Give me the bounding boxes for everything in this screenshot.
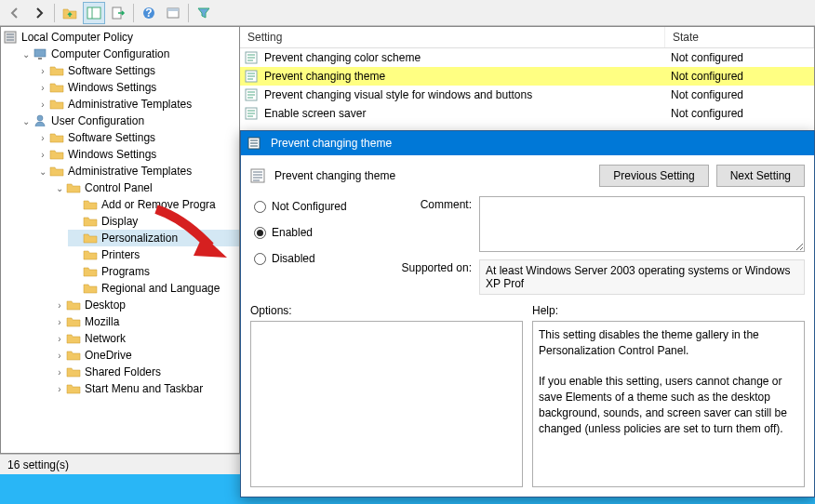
expander-down-icon[interactable]: ⌄ bbox=[20, 116, 33, 126]
expander-right-icon[interactable]: › bbox=[53, 367, 66, 378]
tree-computer-config[interactable]: ⌄ Computer Configuration bbox=[18, 46, 239, 62]
tree-admin-templates[interactable]: ⌄ Administrative Templates bbox=[34, 163, 239, 179]
list-row-name: Prevent changing visual style for window… bbox=[264, 88, 671, 101]
tree-item-onedrive[interactable]: ›OneDrive bbox=[51, 347, 239, 364]
tree-item-windows-settings[interactable]: ›Windows Settings bbox=[34, 146, 239, 163]
tree-label-text: Shared Folders bbox=[85, 365, 161, 378]
list-row[interactable]: Prevent changing color schemeNot configu… bbox=[240, 48, 814, 67]
folder-icon bbox=[49, 80, 64, 95]
tree-label-text: Printers bbox=[101, 248, 140, 261]
tree-label-text: Network bbox=[85, 332, 126, 345]
list-row[interactable]: Prevent changing themeNot configured bbox=[240, 67, 814, 86]
radio-enabled[interactable]: Enabled bbox=[254, 226, 381, 239]
list-row-state: Not configured bbox=[671, 88, 810, 101]
list-header-setting[interactable]: Setting bbox=[240, 27, 665, 47]
list-row-name: Enable screen saver bbox=[264, 107, 671, 120]
list-header: Setting State bbox=[240, 27, 814, 48]
folder-icon bbox=[49, 97, 64, 112]
properties-button[interactable] bbox=[162, 2, 184, 24]
expander-down-icon[interactable]: ⌄ bbox=[36, 166, 49, 177]
svg-rect-11 bbox=[34, 49, 46, 57]
expander-down-icon[interactable]: ⌄ bbox=[53, 183, 66, 193]
svg-rect-12 bbox=[38, 58, 42, 60]
expander-right-icon[interactable]: › bbox=[36, 150, 49, 160]
tree-item-personalization[interactable]: Personalization bbox=[68, 230, 239, 246]
list-row-name: Prevent changing color scheme bbox=[264, 51, 671, 64]
tree-item-administrative-templates[interactable]: ›Administrative Templates bbox=[34, 96, 239, 113]
tree-item-shared-folders[interactable]: ›Shared Folders bbox=[51, 364, 239, 380]
folder-icon bbox=[66, 348, 81, 363]
expander-down-icon[interactable]: ⌄ bbox=[20, 49, 33, 60]
expander-right-icon[interactable]: › bbox=[53, 351, 66, 361]
svg-text:?: ? bbox=[145, 7, 152, 20]
tree-panel[interactable]: Local Computer Policy ⌄ Computer Configu… bbox=[0, 26, 240, 454]
tree-item-mozilla[interactable]: ›Mozilla bbox=[51, 313, 239, 330]
up-button[interactable] bbox=[59, 2, 81, 24]
folder-icon bbox=[66, 381, 81, 396]
help-button[interactable]: ? bbox=[138, 2, 160, 24]
expander-right-icon[interactable]: › bbox=[36, 99, 49, 110]
forward-button[interactable] bbox=[28, 2, 50, 24]
tree-item-start-menu-and-taskbar[interactable]: ›Start Menu and Taskbar bbox=[51, 380, 239, 397]
folder-icon bbox=[49, 147, 64, 162]
tree-item-add-or-remove-progra[interactable]: Add or Remove Progra bbox=[68, 196, 239, 213]
radio-icon bbox=[254, 201, 266, 213]
back-button[interactable] bbox=[4, 2, 26, 24]
svg-rect-0 bbox=[87, 7, 100, 19]
expander-right-icon[interactable]: › bbox=[53, 300, 66, 311]
radio-not-configured[interactable]: Not Configured bbox=[254, 200, 381, 213]
expander-right-icon[interactable]: › bbox=[53, 384, 66, 394]
folder-icon bbox=[66, 331, 81, 346]
previous-setting-button[interactable]: Previous Setting bbox=[599, 165, 708, 187]
tree-label-text: Local Computer Policy bbox=[21, 31, 133, 44]
expander-right-icon[interactable]: › bbox=[53, 317, 66, 327]
comment-textarea[interactable] bbox=[479, 196, 805, 252]
filter-button[interactable] bbox=[193, 2, 215, 24]
expander-right-icon[interactable]: › bbox=[53, 334, 66, 344]
radio-disabled[interactable]: Disabled bbox=[254, 252, 381, 265]
tree-item-programs[interactable]: Programs bbox=[68, 263, 239, 280]
radio-icon bbox=[254, 253, 266, 265]
computer-icon bbox=[33, 46, 47, 61]
show-tree-button[interactable] bbox=[83, 2, 105, 24]
svg-point-13 bbox=[37, 115, 43, 121]
list-row-name: Prevent changing theme bbox=[264, 70, 671, 83]
radio-icon bbox=[254, 227, 266, 239]
tree-item-display[interactable]: Display bbox=[68, 213, 239, 230]
list-header-state[interactable]: State bbox=[665, 27, 814, 47]
folder-icon bbox=[49, 63, 64, 78]
list-row[interactable]: Prevent changing visual style for window… bbox=[240, 86, 814, 104]
expander-right-icon[interactable]: › bbox=[36, 133, 49, 143]
tree-item-software-settings[interactable]: ›Software Settings bbox=[34, 62, 239, 79]
folder-icon bbox=[83, 214, 98, 229]
tree-label-text: Software Settings bbox=[68, 64, 155, 77]
expander-right-icon[interactable]: › bbox=[36, 83, 49, 93]
comment-label: Comment: bbox=[392, 196, 472, 211]
tree-user-config[interactable]: ⌄ User Configuration bbox=[18, 113, 239, 129]
policy-dialog: Prevent changing theme Prevent changing … bbox=[240, 130, 815, 497]
supported-label: Supported on: bbox=[392, 259, 472, 274]
tree-label-text: Personalization bbox=[101, 232, 178, 245]
list-row[interactable]: Enable screen saverNot configured bbox=[240, 104, 814, 123]
tree-item-software-settings[interactable]: ›Software Settings bbox=[34, 129, 239, 146]
tree-item-windows-settings[interactable]: ›Windows Settings bbox=[34, 79, 239, 96]
tree-root-node[interactable]: Local Computer Policy bbox=[1, 29, 239, 46]
tree-label-text: Control Panel bbox=[85, 181, 153, 194]
svg-rect-6 bbox=[167, 8, 179, 11]
tree-label-text: User Configuration bbox=[51, 114, 144, 127]
expander-right-icon[interactable]: › bbox=[36, 66, 49, 76]
radio-label: Disabled bbox=[272, 252, 315, 265]
tree-label-text: Windows Settings bbox=[68, 81, 156, 94]
dialog-heading: Prevent changing theme bbox=[250, 168, 395, 183]
tree-item-printers[interactable]: Printers bbox=[68, 246, 239, 263]
tree-item-network[interactable]: ›Network bbox=[51, 330, 239, 347]
tree-item-desktop[interactable]: ›Desktop bbox=[51, 297, 239, 313]
tree-label-text: Start Menu and Taskbar bbox=[85, 382, 203, 395]
export-button[interactable] bbox=[107, 2, 129, 24]
tree-control-panel[interactable]: ⌄ Control Panel bbox=[51, 179, 239, 196]
dialog-title: Prevent changing theme bbox=[271, 137, 392, 150]
dialog-titlebar[interactable]: Prevent changing theme bbox=[241, 131, 814, 155]
tree-label-text: Administrative Templates bbox=[68, 98, 192, 111]
tree-item-regional-and-language[interactable]: Regional and Language bbox=[68, 280, 239, 297]
next-setting-button[interactable]: Next Setting bbox=[716, 165, 805, 187]
